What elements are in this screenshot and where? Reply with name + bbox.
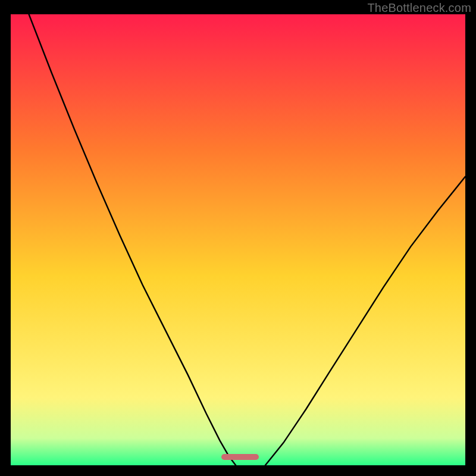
vertex-marker (221, 454, 259, 460)
watermark-text: TheBottleneck.com (367, 1, 471, 15)
gradient-background (11, 14, 465, 465)
chart-container: TheBottleneck.com (0, 0, 476, 476)
plot-svg (11, 14, 465, 465)
plot-frame (11, 14, 465, 465)
